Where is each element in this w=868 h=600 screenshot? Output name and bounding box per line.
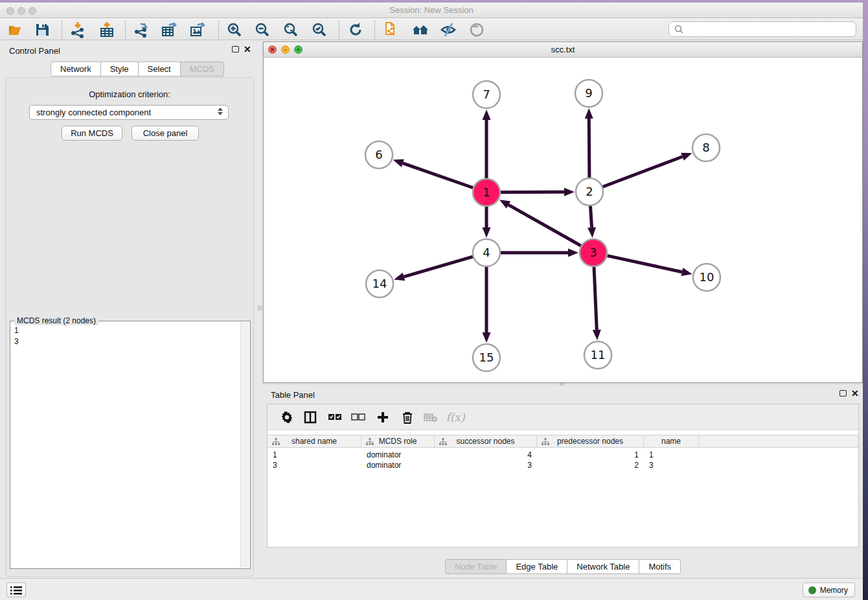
tab-style[interactable]: Style xyxy=(101,62,139,76)
graph-edge-2-3[interactable] xyxy=(590,206,591,227)
tab-select[interactable]: Select xyxy=(139,62,181,76)
cell-name[interactable]: 1 xyxy=(644,450,699,460)
zoom-selected-icon[interactable] xyxy=(311,21,328,38)
close-panel-icon[interactable]: ✕ xyxy=(244,46,251,52)
run-mcds-button[interactable]: Run MCDS xyxy=(62,126,122,141)
result-item[interactable]: 1 xyxy=(14,325,240,336)
graph-node-label: 15 xyxy=(479,351,494,364)
column-header-successor-nodes[interactable]: successor nodes xyxy=(435,435,537,447)
result-item[interactable]: 3 xyxy=(14,336,240,347)
optimization-criterion-select[interactable]: strongly connected component xyxy=(29,105,229,120)
tab-network[interactable]: Network xyxy=(51,62,101,76)
search-icon xyxy=(674,24,684,34)
network-window-title: scc.txt xyxy=(264,45,862,54)
cell-shared-name[interactable]: 3 xyxy=(268,460,361,470)
graph-edge-arrowhead xyxy=(483,227,491,238)
task-history-button[interactable] xyxy=(6,583,26,597)
graph-node-label: 14 xyxy=(372,277,387,290)
tab-node-table[interactable]: Node Table xyxy=(445,559,507,574)
tab-motifs[interactable]: Motifs xyxy=(639,559,681,574)
float-table-panel-icon[interactable] xyxy=(839,390,847,397)
column-header-name[interactable]: name xyxy=(644,435,699,447)
table-settings-gear-icon[interactable] xyxy=(279,410,295,425)
column-header-predecessor-nodes[interactable]: predecessor nodes xyxy=(537,435,644,447)
close-table-panel-icon[interactable]: ✕ xyxy=(851,390,859,397)
zoom-in-icon[interactable] xyxy=(226,21,243,38)
graph-edge-4-14[interactable] xyxy=(404,257,472,277)
clone-network-icon[interactable] xyxy=(383,21,400,38)
cell-mcds-role[interactable]: dominator xyxy=(361,460,435,470)
table-header-row: shared name MCDS role successor nodes pr… xyxy=(268,435,858,448)
network-canvas[interactable]: 1234678910111415 xyxy=(264,58,862,382)
cell-name[interactable]: 3 xyxy=(644,460,699,470)
column-header-shared-name[interactable]: shared name xyxy=(268,435,361,447)
tree-icon xyxy=(542,438,549,446)
cell-mcds-role[interactable]: dominator xyxy=(361,450,435,460)
table-row[interactable]: 1 dominator 4 1 1 xyxy=(268,450,858,460)
cell-predecessor-nodes[interactable]: 1 xyxy=(537,450,644,460)
graph-node-label: 7 xyxy=(483,87,490,101)
column-layout-icon[interactable] xyxy=(303,410,318,425)
graph-edge-2-9[interactable] xyxy=(589,119,589,178)
network-graph[interactable]: 1234678910111415 xyxy=(264,58,862,382)
function-builder-icon[interactable]: f(x) xyxy=(448,410,463,425)
tree-icon xyxy=(439,438,447,446)
table-row[interactable]: 3 dominator 3 2 3 xyxy=(268,460,858,470)
memory-button[interactable]: Memory xyxy=(803,583,855,597)
export-table-icon[interactable] xyxy=(161,21,177,38)
delete-column-icon[interactable] xyxy=(400,410,415,425)
mcds-result-title: MCDS result (2 nodes) xyxy=(14,316,98,325)
graph-edge-arrowhead xyxy=(588,227,596,238)
float-panel-icon[interactable] xyxy=(232,46,239,52)
add-column-icon[interactable] xyxy=(375,410,391,425)
mcds-panel: Optimization criterion: strongly connect… xyxy=(5,77,254,577)
render-sphere-icon[interactable] xyxy=(468,21,485,38)
graph-node-label: 11 xyxy=(591,348,606,362)
cell-successor-nodes[interactable]: 4 xyxy=(435,450,537,460)
search-input[interactable] xyxy=(684,23,856,36)
graph-edge-arrowhead xyxy=(393,159,404,167)
save-session-icon[interactable] xyxy=(34,21,51,38)
graph-edge-arrowhead xyxy=(681,268,692,276)
zoom-out-icon[interactable] xyxy=(254,21,271,38)
tab-edge-table[interactable]: Edge Table xyxy=(507,559,567,574)
graph-edge-3-11[interactable] xyxy=(594,267,597,330)
open-file-icon[interactable] xyxy=(6,21,23,38)
unselect-all-columns-icon[interactable] xyxy=(350,410,366,425)
go-home-icon[interactable] xyxy=(411,21,428,38)
export-image-icon[interactable] xyxy=(189,21,206,38)
export-network-icon[interactable] xyxy=(133,21,150,38)
application-window: Session: New Session xyxy=(0,3,863,600)
import-network-icon[interactable] xyxy=(69,21,86,38)
refresh-icon[interactable] xyxy=(347,21,364,38)
graph-edge-arrowhead xyxy=(483,332,491,343)
cell-successor-nodes[interactable]: 3 xyxy=(435,460,537,470)
cell-shared-name[interactable]: 1 xyxy=(268,450,361,460)
column-header-mcds-role[interactable]: MCDS role xyxy=(361,435,435,447)
zoom-fit-icon[interactable] xyxy=(282,21,299,38)
control-panel-title: Control Panel xyxy=(9,46,60,56)
tab-mcds[interactable]: MCDS xyxy=(181,62,224,76)
toolbar-separator xyxy=(339,21,339,39)
graph-node-label: 1 xyxy=(483,185,490,199)
tab-network-table[interactable]: Network Table xyxy=(567,559,639,574)
network-window-titlebar[interactable]: ✕ − + scc.txt xyxy=(264,42,862,58)
delete-table-icon[interactable] xyxy=(423,410,439,425)
graph-edge-1-6[interactable] xyxy=(403,163,473,188)
close-panel-button[interactable]: Close panel xyxy=(131,126,199,141)
cell-predecessor-nodes[interactable]: 2 xyxy=(537,460,644,470)
graph-edge-3-1[interactable] xyxy=(508,205,581,246)
graph-edge-2-8[interactable] xyxy=(603,157,683,187)
toolbar-separator xyxy=(374,21,375,39)
graph-edge-3-10[interactable] xyxy=(607,256,681,272)
mcds-result-list[interactable]: 1 3 xyxy=(12,325,240,567)
search-field[interactable] xyxy=(668,21,856,37)
node-table-container: f(x) shared name MCDS role successor nod… xyxy=(267,404,859,548)
graph-edge-arrowhead xyxy=(681,153,692,161)
vertical-splitter-handle[interactable] xyxy=(258,306,262,310)
import-table-icon[interactable] xyxy=(98,21,115,38)
select-all-columns-icon[interactable] xyxy=(327,410,343,425)
graph-edge-1-2[interactable] xyxy=(501,192,564,192)
result-scrollbar[interactable] xyxy=(240,322,249,568)
hide-graphics-icon[interactable] xyxy=(440,21,457,38)
